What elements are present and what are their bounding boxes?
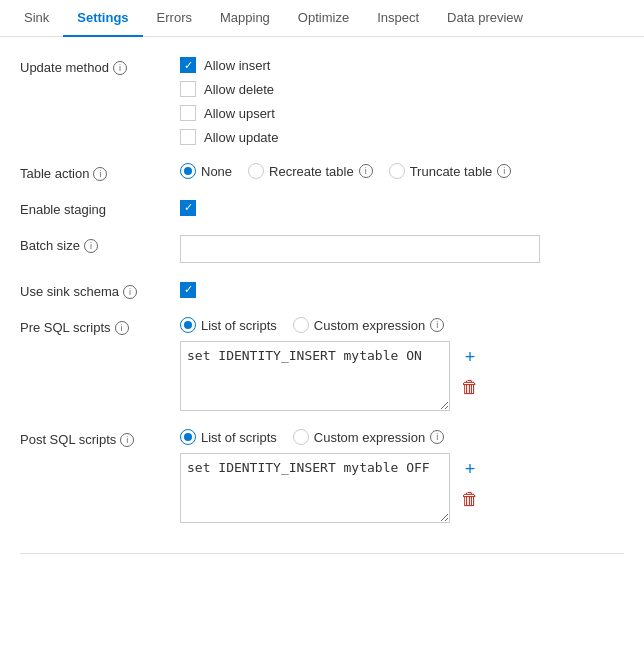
pre-sql-list-of-scripts-option[interactable]: List of scripts [180, 317, 277, 333]
tab-optimize[interactable]: Optimize [284, 0, 363, 37]
post-sql-custom-radio[interactable] [293, 429, 309, 445]
enable-staging-row: Enable staging [20, 199, 624, 217]
tab-errors[interactable]: Errors [143, 0, 206, 37]
pre-sql-scripts-label: Pre SQL scripts i [20, 317, 180, 335]
batch-size-row: Batch size i [20, 235, 624, 263]
tab-data-preview[interactable]: Data preview [433, 0, 537, 37]
table-action-recreate-label: Recreate table [269, 164, 354, 179]
pre-sql-custom-radio[interactable] [293, 317, 309, 333]
table-action-none-radio[interactable] [180, 163, 196, 179]
table-action-options: None Recreate table i Truncate table i [180, 163, 624, 179]
pre-sql-scripts-control: List of scripts Custom expression i + 🗑 [180, 317, 624, 411]
table-action-truncate-label: Truncate table [410, 164, 493, 179]
use-sink-schema-control [180, 281, 624, 298]
update-method-options: Allow insert Allow delete Allow upsert A… [180, 57, 624, 145]
pre-sql-delete-button[interactable]: 🗑 [458, 375, 482, 399]
post-sql-scripts-info-icon[interactable]: i [120, 433, 134, 447]
post-sql-scripts-control: List of scripts Custom expression i + 🗑 [180, 429, 624, 523]
update-method-label: Update method i [20, 57, 180, 75]
pre-sql-add-button[interactable]: + [458, 345, 482, 369]
batch-size-info-icon[interactable]: i [84, 239, 98, 253]
settings-content: Update method i Allow insert Allow delet… [0, 37, 644, 584]
pre-sql-custom-label: Custom expression [314, 318, 425, 333]
tab-mapping[interactable]: Mapping [206, 0, 284, 37]
pre-sql-scripts-info-icon[interactable]: i [115, 321, 129, 335]
table-action-truncate-radio[interactable] [389, 163, 405, 179]
post-sql-list-radio[interactable] [180, 429, 196, 445]
pre-sql-actions: + 🗑 [458, 341, 482, 399]
post-sql-script-options: List of scripts Custom expression i [180, 429, 624, 445]
pre-sql-list-radio[interactable] [180, 317, 196, 333]
post-sql-add-button[interactable]: + [458, 457, 482, 481]
allow-upsert-label: Allow upsert [204, 106, 275, 121]
allow-update-label: Allow update [204, 130, 278, 145]
use-sink-schema-row: Use sink schema i [20, 281, 624, 299]
table-action-none-label: None [201, 164, 232, 179]
pre-sql-scripts-row: Pre SQL scripts i List of scripts Custom… [20, 317, 624, 411]
use-sink-schema-checkbox[interactable] [180, 282, 196, 298]
enable-staging-label: Enable staging [20, 199, 180, 217]
enable-staging-control [180, 199, 624, 216]
table-action-row: Table action i None Recreate table i Tru… [20, 163, 624, 181]
post-sql-actions: + 🗑 [458, 453, 482, 511]
batch-size-control [180, 235, 624, 263]
post-sql-custom-info-icon[interactable]: i [430, 430, 444, 444]
post-sql-list-of-scripts-option[interactable]: List of scripts [180, 429, 277, 445]
pre-sql-custom-info-icon[interactable]: i [430, 318, 444, 332]
post-sql-scripts-row: Post SQL scripts i List of scripts Custo… [20, 429, 624, 523]
post-sql-scripts-label: Post SQL scripts i [20, 429, 180, 447]
pre-sql-script-options: List of scripts Custom expression i [180, 317, 624, 333]
allow-insert-checkbox[interactable] [180, 57, 196, 73]
update-method-info-icon[interactable]: i [113, 61, 127, 75]
allow-delete-item: Allow delete [180, 81, 624, 97]
table-action-none[interactable]: None [180, 163, 232, 179]
allow-delete-label: Allow delete [204, 82, 274, 97]
tab-sink[interactable]: Sink [10, 0, 63, 37]
post-sql-editor-row: + 🗑 [180, 453, 624, 523]
batch-size-input[interactable] [180, 235, 540, 263]
table-action-radio-group: None Recreate table i Truncate table i [180, 163, 624, 179]
bottom-divider [20, 553, 624, 554]
batch-size-label: Batch size i [20, 235, 180, 253]
allow-upsert-checkbox[interactable] [180, 105, 196, 121]
tab-inspect[interactable]: Inspect [363, 0, 433, 37]
post-sql-custom-label: Custom expression [314, 430, 425, 445]
table-action-info-icon[interactable]: i [93, 167, 107, 181]
allow-update-item: Allow update [180, 129, 624, 145]
post-sql-custom-expression-option[interactable]: Custom expression i [293, 429, 444, 445]
tab-bar: Sink Settings Errors Mapping Optimize In… [0, 0, 644, 37]
post-sql-list-label: List of scripts [201, 430, 277, 445]
post-sql-delete-button[interactable]: 🗑 [458, 487, 482, 511]
pre-sql-list-label: List of scripts [201, 318, 277, 333]
allow-insert-label: Allow insert [204, 58, 270, 73]
enable-staging-checkbox[interactable] [180, 200, 196, 216]
allow-delete-checkbox[interactable] [180, 81, 196, 97]
table-action-truncate[interactable]: Truncate table i [389, 163, 512, 179]
pre-sql-editor-row: + 🗑 [180, 341, 624, 411]
allow-update-checkbox[interactable] [180, 129, 196, 145]
post-sql-textarea[interactable] [180, 453, 450, 523]
update-method-row: Update method i Allow insert Allow delet… [20, 57, 624, 145]
recreate-table-info-icon[interactable]: i [359, 164, 373, 178]
pre-sql-textarea[interactable] [180, 341, 450, 411]
allow-insert-item: Allow insert [180, 57, 624, 73]
table-action-label: Table action i [20, 163, 180, 181]
use-sink-schema-label: Use sink schema i [20, 281, 180, 299]
table-action-recreate-radio[interactable] [248, 163, 264, 179]
tab-settings[interactable]: Settings [63, 0, 142, 37]
pre-sql-custom-expression-option[interactable]: Custom expression i [293, 317, 444, 333]
use-sink-schema-info-icon[interactable]: i [123, 285, 137, 299]
table-action-recreate[interactable]: Recreate table i [248, 163, 373, 179]
truncate-table-info-icon[interactable]: i [497, 164, 511, 178]
allow-upsert-item: Allow upsert [180, 105, 624, 121]
